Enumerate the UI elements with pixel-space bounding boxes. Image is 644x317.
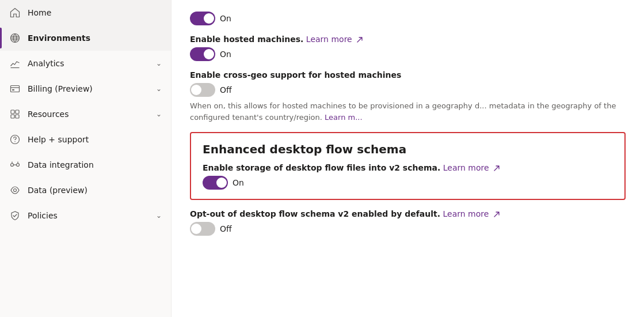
cross-geo-toggle-label: Off bbox=[220, 85, 232, 95]
globe-icon bbox=[9, 32, 21, 44]
cross-geo-toggle-thumb bbox=[191, 85, 201, 95]
enhanced-desktop-flow-label: Enable storage of desktop flow files int… bbox=[203, 163, 613, 172]
sidebar-item-environments[interactable]: Environments bbox=[0, 25, 171, 51]
hosted-machines-label-bold: Enable hosted machines. bbox=[190, 35, 303, 44]
svg-rect-5 bbox=[11, 115, 14, 118]
sidebar-item-data-preview-label: Data (preview) bbox=[28, 186, 162, 195]
top-toggle[interactable] bbox=[190, 12, 215, 25]
top-toggle-row: On bbox=[190, 12, 626, 25]
resources-chevron-icon: ⌄ bbox=[156, 110, 162, 118]
opt-out-row: Opt-out of desktop flow schema v2 enable… bbox=[190, 209, 626, 236]
enhanced-desktop-flow-label-bold: Enable storage of desktop flow files int… bbox=[203, 163, 440, 172]
cross-geo-description: When on, this allows for hosted machines… bbox=[190, 100, 626, 123]
sidebar-item-billing-label: Billing (Preview) bbox=[28, 84, 149, 93]
enhanced-desktop-flow-toggle-container: On bbox=[203, 176, 613, 190]
sidebar-item-analytics-label: Analytics bbox=[28, 59, 149, 68]
enhanced-desktop-flow-toggle-label: On bbox=[233, 178, 244, 187]
opt-out-toggle[interactable] bbox=[190, 222, 215, 236]
sidebar-item-home[interactable]: Home bbox=[0, 0, 171, 25]
hosted-machines-external-icon bbox=[356, 36, 363, 43]
sidebar: Home Environments Analytics ⌄ bbox=[0, 0, 172, 317]
resources-icon bbox=[9, 108, 21, 120]
enhanced-desktop-flow-section: Enhanced desktop flow schema Enable stor… bbox=[190, 132, 626, 200]
hosted-machines-label: Enable hosted machines. Learn more bbox=[190, 35, 626, 44]
cross-geo-toggle[interactable] bbox=[190, 83, 215, 97]
sidebar-item-policies[interactable]: Policies ⌄ bbox=[0, 203, 171, 228]
sidebar-item-help-label: Help + support bbox=[28, 135, 162, 144]
hosted-machines-toggle[interactable] bbox=[190, 47, 215, 61]
home-icon bbox=[9, 7, 21, 18]
top-toggle-label: On bbox=[220, 14, 231, 23]
enhanced-desktop-flow-learn-more[interactable]: Learn more bbox=[443, 163, 489, 172]
enhanced-desktop-flow-toggle[interactable] bbox=[203, 176, 228, 190]
sidebar-item-help[interactable]: Help + support bbox=[0, 127, 171, 152]
top-toggle-thumb bbox=[204, 13, 214, 24]
sidebar-item-analytics[interactable]: Analytics ⌄ bbox=[0, 51, 171, 76]
data-preview-icon bbox=[9, 184, 21, 196]
sidebar-item-data-preview[interactable]: Data (preview) bbox=[0, 178, 171, 203]
sidebar-item-policies-label: Policies bbox=[28, 211, 149, 220]
svg-rect-3 bbox=[11, 110, 14, 114]
opt-out-external-icon bbox=[493, 211, 500, 218]
main-content: On Enable hosted machines. Learn more On… bbox=[172, 0, 644, 317]
svg-rect-4 bbox=[16, 110, 19, 114]
sidebar-item-data-integration[interactable]: Data integration bbox=[0, 152, 171, 178]
svg-point-10 bbox=[17, 164, 20, 167]
policies-icon bbox=[9, 210, 21, 221]
policies-chevron-icon: ⌄ bbox=[156, 212, 162, 220]
hosted-machines-toggle-container: On bbox=[190, 47, 626, 61]
cross-geo-label: Enable cross-geo support for hosted mach… bbox=[190, 70, 626, 80]
billing-chevron-icon: ⌄ bbox=[156, 85, 162, 93]
opt-out-label-bold: Opt-out of desktop flow schema v2 enable… bbox=[190, 209, 440, 218]
help-icon bbox=[9, 134, 21, 145]
opt-out-label: Opt-out of desktop flow schema v2 enable… bbox=[190, 209, 626, 218]
cross-geo-label-bold: Enable cross-geo support for hosted mach… bbox=[190, 70, 401, 80]
sidebar-item-data-integration-label: Data integration bbox=[28, 160, 162, 169]
svg-point-11 bbox=[14, 189, 17, 192]
svg-rect-1 bbox=[11, 86, 20, 92]
svg-point-9 bbox=[11, 164, 14, 167]
sidebar-item-resources-label: Resources bbox=[28, 110, 149, 119]
enhanced-desktop-flow-title: Enhanced desktop flow schema bbox=[203, 142, 613, 156]
enhanced-desktop-flow-toggle-thumb bbox=[216, 178, 227, 188]
opt-out-toggle-label: Off bbox=[220, 224, 232, 233]
svg-rect-6 bbox=[16, 115, 19, 118]
cross-geo-learn-more[interactable]: Learn m... bbox=[325, 113, 363, 122]
analytics-icon bbox=[9, 58, 21, 69]
opt-out-toggle-container: Off bbox=[190, 222, 626, 236]
enhanced-desktop-flow-external-icon bbox=[493, 165, 500, 172]
cross-geo-toggle-container: Off bbox=[190, 83, 626, 97]
sidebar-item-resources[interactable]: Resources ⌄ bbox=[0, 101, 171, 127]
analytics-chevron-icon: ⌄ bbox=[156, 59, 162, 67]
hosted-machines-toggle-label: On bbox=[220, 50, 231, 59]
opt-out-toggle-thumb bbox=[191, 224, 201, 234]
sidebar-item-environments-label: Environments bbox=[28, 33, 162, 43]
top-toggle-container: On bbox=[190, 12, 626, 25]
hosted-machines-row: Enable hosted machines. Learn more On bbox=[190, 35, 626, 61]
sidebar-item-home-label: Home bbox=[28, 8, 162, 17]
data-integration-icon bbox=[9, 159, 21, 171]
sidebar-item-billing[interactable]: Billing (Preview) ⌄ bbox=[0, 76, 171, 101]
hosted-machines-learn-more[interactable]: Learn more bbox=[306, 35, 352, 44]
billing-icon bbox=[9, 83, 21, 95]
cross-geo-row: Enable cross-geo support for hosted mach… bbox=[190, 70, 626, 123]
svg-point-8 bbox=[14, 141, 16, 142]
opt-out-learn-more[interactable]: Learn more bbox=[443, 209, 489, 218]
svg-rect-2 bbox=[12, 89, 14, 90]
hosted-machines-toggle-thumb bbox=[204, 49, 214, 59]
